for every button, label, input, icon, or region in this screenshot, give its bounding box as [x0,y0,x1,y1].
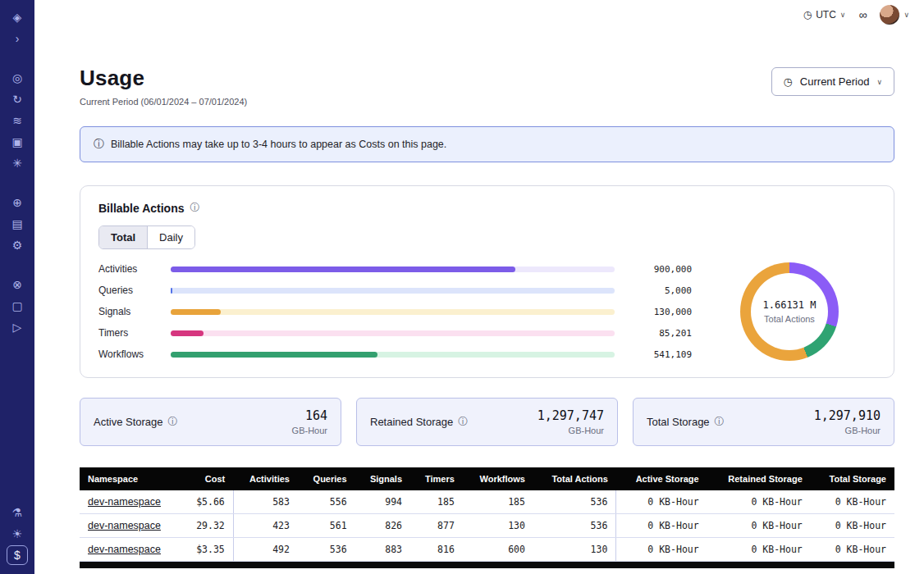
cost-cell: $3.35 [181,538,233,562]
total-actions-cell: 130 [533,538,616,562]
namespace-link[interactable]: dev-namespace [88,544,161,555]
billing-icon[interactable]: ▤ [7,214,28,234]
total-storage-cell: 0 KB-Hour [811,538,894,562]
getting-started-icon[interactable]: ▷ [7,317,28,337]
user-menu[interactable]: ∨ [880,5,909,25]
total-storage-cell: 0 KB-Hour [811,490,894,514]
main-content: Usage Current Period (06/01/2024 – 07/01… [34,30,924,574]
namespace-link[interactable]: dev-namespace [88,496,161,508]
namespace-cell: dev-namespace [80,490,181,514]
total-actions-label: Total Actions [764,314,815,324]
namespace-cell: dev-namespace [80,514,181,538]
donut-chart-area: 1.66131 M Total Actions [703,262,876,361]
active-storage-cell: 0 KB-Hour [616,514,707,538]
timezone-selector[interactable]: ◷ UTC ∨ [803,9,846,20]
signals-cell: 883 [355,538,410,562]
col-namespace[interactable]: Namespace [80,467,181,490]
batch-operations-icon[interactable]: ✳ [7,153,28,173]
table-header-row: Namespace Cost Activities Queries Signal… [80,467,894,490]
table-row: dev-namespace $5.66 583 556 994 185 185 … [80,490,894,514]
billable-actions-title-text: Billable Actions [98,202,185,215]
workflows-cell: 130 [463,514,533,538]
theme-sun-icon[interactable]: ☀ [7,524,28,544]
namespace-link[interactable]: dev-namespace [88,520,161,531]
avatar[interactable] [880,5,899,25]
regions-icon[interactable]: ⊕ [7,193,28,212]
stat-unit: GB-Hour [537,426,604,435]
queries-cell: 561 [298,514,355,538]
table-row: dev-namespace 29.32 423 561 826 877 130 … [80,514,894,538]
total-storage-cell: 0 KB-Hour [811,514,894,538]
retained-storage-cell: 0 KB-Hour [707,514,811,538]
bar-chart: Activities 900,000 Queries 5,000 Signals… [98,263,703,360]
bar-fill-timers [171,330,204,336]
col-activities[interactable]: Activities [233,467,298,490]
incidents-icon[interactable]: ⊗ [7,275,28,294]
total-storage-card: Total Storage ⓘ 1,297,910 GB-Hour [633,398,894,446]
retained-storage-value: 1,297,747 [537,408,604,423]
bar-row-workflows: Workflows 541,109 [98,348,692,360]
bar-label: Activities [98,263,161,275]
bar-value: 5,000 [624,285,692,296]
docs-icon[interactable]: ▢ [7,296,28,316]
col-queries[interactable]: Queries [298,467,355,490]
stopwatch-icon: ◷ [784,75,793,88]
donut-center: 1.66131 M Total Actions [751,273,828,350]
col-workflows[interactable]: Workflows [463,467,533,490]
bar-row-signals: Signals 130,000 [98,306,692,317]
stat-unit: GB-Hour [814,426,881,435]
chevron-down-icon: ∨ [876,78,882,86]
col-signals[interactable]: Signals [355,467,410,490]
usage-dollar-icon[interactable]: $ [7,545,28,565]
glasses-icon[interactable]: ∞ [858,8,867,21]
deployments-icon[interactable]: ▣ [7,132,28,152]
storage-stats-row: Active Storage ⓘ 164 GB-Hour Retained St… [80,398,894,446]
collapse-sidebar-icon[interactable]: › [7,29,28,48]
cost-cell: $5.66 [181,490,233,514]
col-timers[interactable]: Timers [410,467,463,490]
namespaces-icon[interactable]: ◎ [7,68,28,88]
active-storage-cell: 0 KB-Hour [616,538,707,562]
bar-fill-queries [171,288,172,294]
period-selector-label: Current Period [800,75,870,88]
task-queues-icon[interactable]: ≋ [7,111,28,130]
table-scrollbar[interactable] [80,562,894,568]
col-total-actions[interactable]: Total Actions [533,467,616,490]
col-retained-storage[interactable]: Retained Storage [707,467,811,490]
info-icon[interactable]: ⓘ [715,415,725,429]
settings-gear-icon[interactable]: ⚙ [7,235,28,255]
info-icon[interactable]: ⓘ [458,415,468,429]
active-storage-cell: 0 KB-Hour [616,490,707,514]
namespace-usage-table: Namespace Cost Activities Queries Signal… [80,467,894,562]
namespace-cell: dev-namespace [80,538,181,562]
retained-storage-label: Retained Storage ⓘ [370,415,468,429]
info-banner-text: Billable Actions may take up to 3-4 hour… [111,139,446,150]
active-storage-value: 164 [292,408,327,423]
tab-total[interactable]: Total [99,226,147,248]
info-icon[interactable]: ⓘ [168,415,178,429]
period-selector-button[interactable]: ◷ Current Period ∨ [771,67,894,96]
bar-value: 900,000 [624,264,692,275]
tab-daily[interactable]: Daily [147,226,194,248]
activities-cell: 492 [233,538,298,562]
sidebar: ◈ › ◎ ↻ ≋ ▣ ✳ ⊕ ▤ ⚙ ⊗ ▢ ▷ ⚗ ☀ $ [0,0,34,574]
total-storage-value: 1,297,910 [814,408,881,423]
signals-cell: 826 [355,514,410,538]
bar-value: 85,201 [624,328,692,339]
app-logo-icon[interactable]: ◈ [7,7,28,27]
schedules-icon[interactable]: ↻ [7,89,28,109]
labs-flask-icon[interactable]: ⚗ [7,503,28,522]
billable-actions-title: Billable Actions ⓘ [98,201,876,215]
billable-actions-tabs: Total Daily [98,226,195,249]
timers-cell: 185 [410,490,463,514]
timers-cell: 877 [410,514,463,538]
bar-track [171,266,615,272]
col-cost[interactable]: Cost [181,467,233,490]
col-active-storage[interactable]: Active Storage [616,467,707,490]
bar-label: Timers [98,327,161,339]
stat-label-text: Retained Storage [370,416,453,428]
col-total-storage[interactable]: Total Storage [811,467,894,490]
bar-value: 541,109 [624,349,692,360]
total-storage-label: Total Storage ⓘ [647,415,725,429]
info-icon[interactable]: ⓘ [190,201,200,215]
